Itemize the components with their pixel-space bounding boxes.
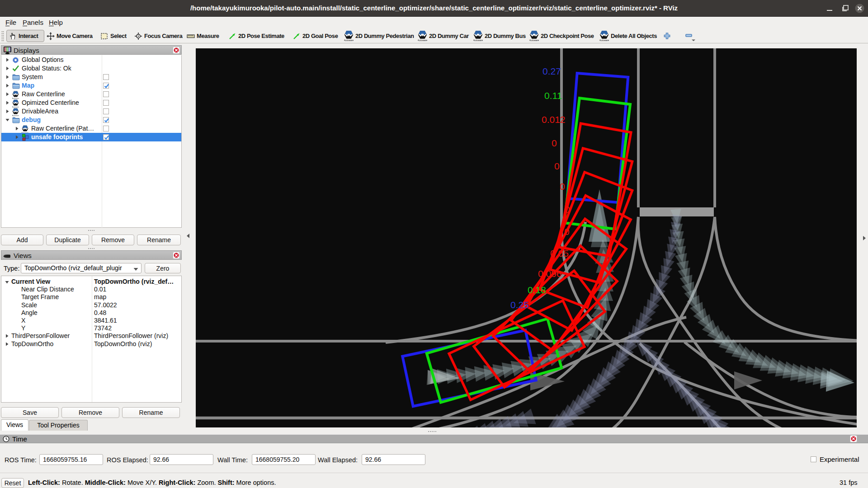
- svg-text:0: 0: [554, 161, 560, 171]
- svg-text:0: 0: [564, 226, 570, 237]
- svg-text:0: 0: [565, 204, 570, 215]
- svg-text:Autoware: Autoware: [473, 39, 483, 42]
- svg-text:0.25: 0.25: [510, 300, 529, 310]
- svg-text:Autoware: Autoware: [529, 39, 539, 42]
- svg-text:0.096: 0.096: [538, 268, 562, 279]
- svg-text:0.18: 0.18: [528, 285, 546, 295]
- svg-text:0: 0: [552, 138, 557, 148]
- svg-text:0: 0: [560, 181, 565, 192]
- svg-text:0.11: 0.11: [544, 90, 562, 101]
- svg-text:0.05: 0.05: [550, 248, 569, 258]
- svg-text:Autoware: Autoware: [418, 39, 427, 42]
- svg-text:Autoware: Autoware: [599, 39, 609, 42]
- svg-text:Autoware: Autoware: [344, 39, 354, 42]
- svg-text:0.012: 0.012: [542, 114, 566, 125]
- svg-text:0.27: 0.27: [542, 66, 561, 76]
